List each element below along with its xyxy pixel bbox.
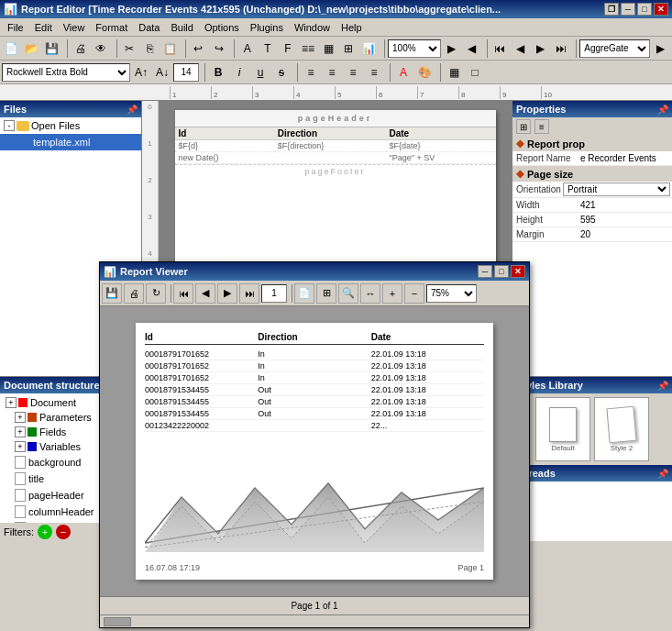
library-item-2[interactable]: Style 2 [594,397,649,461]
undo-button[interactable]: ↩ [189,39,208,59]
vars-expand[interactable]: + [15,441,26,452]
font-name-select[interactable]: Rockwell Extra Bold [2,63,130,82]
align-center-button[interactable]: ≡ [322,62,342,83]
tool2-button[interactable]: T [258,39,277,59]
menu-format[interactable]: Format [90,20,133,35]
rv-controls[interactable]: ─ □ ✕ [478,265,525,278]
rv-zoom-out-btn[interactable]: − [404,283,424,304]
align-right-button[interactable]: ≡ [343,62,363,83]
nav1-button[interactable]: ⏮ [490,39,510,59]
rv-scrollbar-h[interactable] [100,614,529,627]
tool3-button[interactable]: F [278,39,297,59]
print-button[interactable]: 🖨 [71,39,90,59]
italic-button[interactable]: i [229,62,249,83]
bold-button[interactable]: B [208,62,228,83]
tool5-button[interactable]: ▦ [319,39,338,59]
params-expand[interactable]: + [15,412,26,423]
filter-include-btn[interactable]: + [38,525,52,539]
close-btn[interactable]: ✕ [654,3,668,16]
font-size-input[interactable] [173,63,199,82]
nav2-button[interactable]: ◀ [511,39,530,59]
rv-multi-page-btn[interactable]: ⊞ [316,283,336,304]
open-files-item[interactable]: - Open Files [0,117,141,134]
app-go-button[interactable]: ▶ [651,39,670,59]
paste-button[interactable]: 📋 [160,39,180,59]
align-left-button[interactable]: ≡ [301,62,321,83]
menu-build[interactable]: Build [165,20,198,35]
tool7-button[interactable]: 📊 [359,39,379,59]
library-pin[interactable]: 📌 [657,381,668,391]
menu-window[interactable]: Window [289,20,336,35]
app-select[interactable]: AggreGate [579,39,650,58]
rv-zoom-in-btn[interactable]: + [382,283,402,304]
save-button[interactable]: 💾 [42,39,61,59]
orientation-select[interactable]: Portrait [563,183,670,196]
menu-edit[interactable]: Edit [29,20,58,35]
doc-expand[interactable]: + [6,397,17,408]
zoom-in-button[interactable]: ▶ [442,39,461,59]
rv-close-btn[interactable]: ✕ [511,265,525,278]
rv-prev-btn[interactable]: ◀ [195,283,215,304]
ruler-3: 3 [252,86,293,99]
maximize-btn[interactable]: □ [637,3,652,16]
rv-print-btn[interactable]: 🖨 [124,283,144,304]
prop-section-report: ◆ Report prop [512,136,672,151]
zoom-out-button[interactable]: ◀ [462,39,481,59]
files-pin-icon[interactable]: 📌 [127,105,138,115]
threads-pin[interactable]: 📌 [657,469,668,479]
window-controls[interactable]: ❐ ─ □ ✕ [604,3,668,16]
align-justify-button[interactable]: ≡ [364,62,384,83]
menu-data[interactable]: Data [133,20,165,35]
underline-button[interactable]: u [250,62,270,83]
font-shrink-button[interactable]: A↓ [152,62,172,83]
rv-next-btn[interactable]: ▶ [217,283,237,304]
pageheader-label: pageHeader [28,490,84,501]
fields-expand[interactable]: + [15,426,26,437]
redo-button[interactable]: ↪ [209,39,228,59]
bgcolor-button[interactable]: 🎨 [414,62,435,83]
nav4-button[interactable]: ⏭ [551,39,570,59]
rv-zoom-width-btn[interactable]: ↔ [360,283,380,304]
rv-refresh-btn[interactable]: ↻ [146,283,166,304]
copy-button[interactable]: ⎘ [140,39,160,59]
open-button[interactable]: 📂 [22,39,41,59]
rv-page-input[interactable] [261,284,287,303]
font-grow-button[interactable]: A↑ [131,62,151,83]
restore-btn[interactable]: ❐ [604,3,619,16]
border-button[interactable]: ▦ [444,62,464,83]
rv-single-page-btn[interactable]: 📄 [294,283,314,304]
nav3-button[interactable]: ▶ [531,39,550,59]
menu-options[interactable]: Options [199,20,245,35]
prop-icon-2[interactable]: ≡ [534,119,549,134]
rv-last-btn[interactable]: ⏭ [239,283,259,304]
rv-zoom-select[interactable]: 75% [426,284,477,303]
filter-exclude-btn[interactable]: − [56,525,71,539]
tool4-button[interactable]: ≡≡ [299,39,318,59]
rv-minimize-btn[interactable]: ─ [478,265,492,278]
strikethrough-button[interactable]: s [271,62,292,83]
minimize-btn[interactable]: ─ [621,3,635,16]
rv-zoom-page-btn[interactable]: 🔍 [338,283,358,304]
menu-view[interactable]: View [58,20,91,35]
lib-page-2 [606,405,636,442]
rv-hscroll-thumb[interactable] [104,617,131,626]
library-item-1[interactable]: Default [535,397,590,461]
menu-file[interactable]: File [2,20,29,35]
properties-pin-icon[interactable]: 📌 [657,105,668,115]
template-xml-item[interactable]: xml template.xml [0,134,141,150]
tool6-button[interactable]: ⊞ [339,39,358,59]
color-button[interactable]: A [393,62,413,83]
zoom-select[interactable]: 100% [388,39,441,58]
rv-first-btn[interactable]: ⏮ [173,283,193,304]
preview-button[interactable]: 👁 [92,39,111,59]
tool1-button[interactable]: A [237,39,257,59]
menu-help[interactable]: Help [336,20,368,35]
rv-save-btn[interactable]: 💾 [102,283,122,304]
menu-plugins[interactable]: Plugins [245,20,289,35]
open-files-expand[interactable]: - [4,120,15,131]
cut-button[interactable]: ✂ [120,39,139,59]
rv-maximize-btn[interactable]: □ [494,265,509,278]
new-button[interactable]: 📄 [2,39,21,59]
prop-icon-1[interactable]: ⊞ [516,119,531,134]
noborder-button[interactable]: □ [465,62,485,83]
